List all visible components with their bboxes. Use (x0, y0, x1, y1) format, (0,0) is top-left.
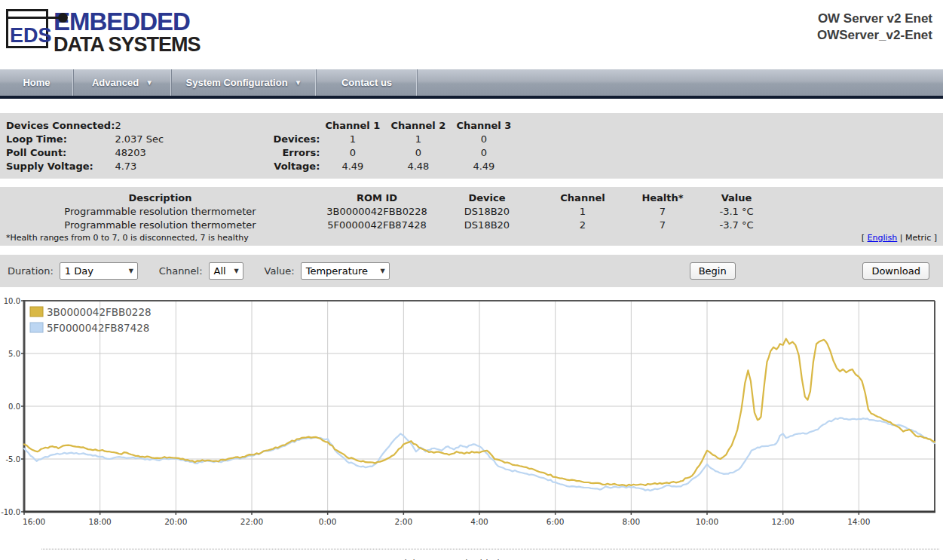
device-table: Description ROM ID Device Channel Health… (0, 191, 943, 231)
devices-connected-value: 2 (115, 118, 265, 132)
supply-voltage-value: 4.73 (115, 159, 265, 173)
device-description: Programmable resolution thermometer (0, 218, 320, 231)
device-channel: 2 (540, 218, 625, 231)
device-health: 7 (625, 204, 700, 218)
value-label: Value: (265, 265, 295, 277)
nav-item-contact-us[interactable]: Contact us (317, 69, 418, 96)
svg-text:5F0000042FB87428: 5F0000042FB87428 (47, 322, 149, 334)
status-panel: Devices Connected: 2 Channel 1 Channel 2… (0, 113, 943, 179)
svg-text:0.0: 0.0 (8, 402, 20, 411)
eds-logo-box-icon: EDS (6, 9, 48, 48)
svg-text:6:00: 6:00 (547, 517, 565, 526)
col-channel: Channel (540, 191, 625, 204)
supply-voltage-label: Supply Voltage: (0, 159, 115, 173)
page-header: EDS EMBEDDED DATA SYSTEMS OW Server v2 E… (0, 0, 943, 69)
device-rom-id: 3B0000042FBB0228 (320, 204, 433, 218)
eds-logo-wordmark: EMBEDDED DATA SYSTEMS (54, 9, 201, 55)
svg-text:10.0: 10.0 (4, 297, 20, 305)
devices-ch1: 1 (320, 132, 385, 145)
svg-text:-5.0: -5.0 (5, 455, 20, 464)
duration-select[interactable]: 1 Day ▼ (60, 262, 138, 280)
svg-text:3B0000042FBB0228: 3B0000042FBB0228 (47, 306, 152, 318)
device-health: 7 (625, 218, 700, 231)
nav-item-system-configuration[interactable]: System Configuration ▼ (172, 69, 317, 96)
col-device: Device (433, 191, 540, 204)
eds-logo-text: EDS (10, 24, 52, 47)
svg-text:10:00: 10:00 (696, 517, 718, 526)
device-value: -3.1 °C (700, 204, 773, 218)
table-row: Programmable resolution thermometer 5F00… (0, 218, 943, 231)
svg-text:20:00: 20:00 (164, 517, 187, 526)
logo-line1: EMBEDDED (54, 9, 201, 34)
device-rom-id: 5F0000042FB87428 (320, 218, 433, 231)
devices-ch3: 0 (451, 132, 516, 145)
devices-connected-label: Devices Connected: (0, 118, 115, 132)
channel-select[interactable]: All ▼ (209, 262, 243, 280)
loop-time-label: Loop Time: (0, 132, 115, 145)
svg-text:14:00: 14:00 (847, 517, 870, 526)
svg-text:4:00: 4:00 (470, 517, 488, 526)
units-bracket-open: [ (862, 233, 868, 243)
device-titles: OW Server v2 Enet OWServer_v2-Enet (817, 11, 932, 44)
svg-text:5.0: 5.0 (8, 350, 20, 358)
voltage-row-label: Voltage: (265, 159, 320, 173)
devices-ch2: 1 (385, 132, 451, 145)
eds-logo-wire-icon (6, 17, 62, 19)
nav-item-home[interactable]: Home (0, 69, 74, 96)
download-button[interactable]: Download (862, 262, 929, 280)
status-table: Devices Connected: 2 Channel 1 Channel 2… (0, 118, 516, 173)
voltage-ch1: 4.49 (320, 159, 385, 173)
nav-item-home-label: Home (23, 77, 50, 88)
select-arrow-icon: ▼ (381, 268, 385, 274)
errors-ch3: 0 (451, 145, 516, 159)
eds-logo: EDS EMBEDDED DATA SYSTEMS (6, 9, 201, 55)
temperature-chart-svg: 3B0000042FBB02285F0000042FB8742810.05.00… (0, 295, 943, 530)
poll-count-label: Poll Count: (0, 145, 115, 159)
eds-logo-dot-icon (58, 13, 68, 23)
device-panel: Description ROM ID Device Channel Health… (0, 187, 943, 246)
channel-2-header: Channel 2 (385, 118, 451, 132)
value-select[interactable]: Temperature ▼ (301, 262, 390, 280)
nav-item-advanced-label: Advanced (92, 77, 139, 88)
device-value: -3.7 °C (700, 218, 773, 231)
channel-3-header: Channel 3 (451, 118, 516, 132)
devices-row-label: Devices: (265, 132, 320, 145)
units-separator: | (897, 233, 905, 243)
channel-selected-value: All (214, 265, 226, 277)
svg-text:16:00: 16:00 (23, 517, 45, 526)
main-nav: Home Advanced ▼ System Configuration ▼ C… (0, 69, 943, 99)
nav-item-contact-us-label: Contact us (341, 77, 392, 88)
nav-item-system-configuration-label: System Configuration (186, 77, 288, 88)
device-type: DS18B20 (433, 218, 540, 231)
svg-text:18:00: 18:00 (89, 517, 112, 526)
col-value: Value (700, 191, 773, 204)
voltage-ch2: 4.48 (385, 159, 451, 173)
col-description: Description (0, 191, 320, 204)
svg-text:8:00: 8:00 (623, 517, 641, 526)
begin-button[interactable]: Begin (690, 262, 736, 280)
svg-text:22:00: 22:00 (240, 517, 263, 526)
channel-label: Channel: (159, 265, 203, 277)
errors-row-label: Errors: (265, 145, 320, 159)
value-selected-value: Temperature (306, 265, 368, 277)
duration-label: Duration: (8, 265, 54, 277)
chevron-down-icon: ▼ (145, 78, 153, 87)
table-row: Programmable resolution thermometer 3B00… (0, 204, 943, 218)
col-health: Health* (625, 191, 700, 204)
nav-item-advanced[interactable]: Advanced ▼ (74, 69, 172, 96)
chevron-down-icon: ▼ (295, 78, 302, 87)
channel-1-header: Channel 1 (320, 118, 385, 132)
device-description: Programmable resolution thermometer (0, 204, 320, 218)
units-english-link[interactable]: English (868, 233, 898, 243)
chart-controls: Duration: 1 Day ▼ Channel: All ▼ Value: … (0, 255, 943, 287)
units-metric-label: Metric (905, 233, 931, 243)
device-channel: 1 (540, 204, 625, 218)
svg-text:2:00: 2:00 (395, 517, 413, 526)
loop-time-value: 2.037 Sec (115, 132, 265, 145)
voltage-ch3: 4.49 (451, 159, 516, 173)
poll-count-value: 48203 (115, 145, 265, 159)
duration-selected-value: 1 Day (65, 265, 93, 277)
device-title-line1: OW Server v2 Enet (817, 11, 932, 27)
svg-text:0:00: 0:00 (319, 517, 337, 526)
health-footnote: *Health ranges from 0 to 7, 0 is disconn… (6, 233, 249, 243)
